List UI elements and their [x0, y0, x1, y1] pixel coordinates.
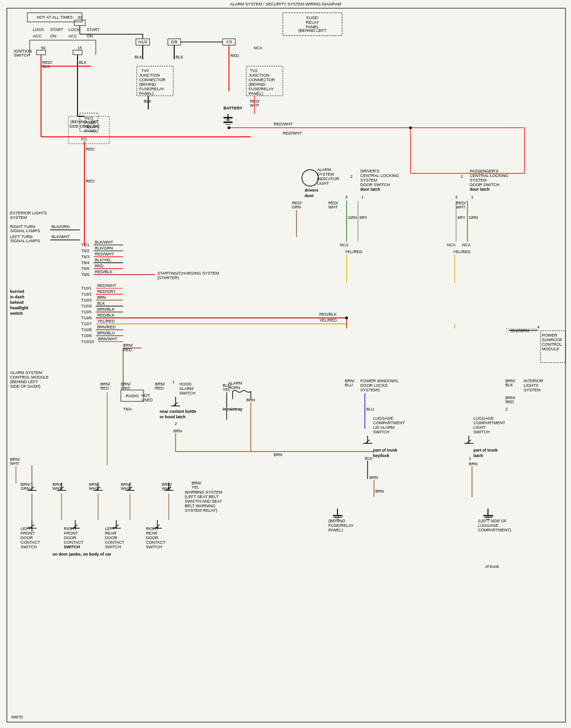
diagram-number: 84670: [11, 715, 23, 719]
fuse-relay-panel-label: FUSE/: [306, 16, 319, 20]
red-blk-horiz: RED/BLK: [319, 312, 337, 317]
tv2-label5: FUSE/RELAY: [249, 87, 274, 91]
right-rear-door-label5: SWITCH: [146, 545, 162, 549]
brn-blk-right2: BLK: [505, 383, 513, 387]
g202-label: G202: [333, 514, 343, 519]
d8-label: D/8: [171, 40, 177, 44]
drivers-door-label: drivers: [305, 188, 318, 192]
right-rear-door-label4: CONTACT: [146, 540, 166, 545]
buried-label5: switch: [10, 311, 23, 316]
svg-point-134: [345, 317, 348, 319]
right-rear-door-label2: REAR: [146, 531, 158, 536]
buried-label4: headlight: [10, 306, 28, 310]
of-trunk-label: of trunk: [485, 564, 499, 569]
power-windows-label2: DOOR LOCKS: [360, 383, 388, 388]
brn-center: BRN: [274, 452, 282, 457]
passengers-central-label3: SYSTEM: [470, 178, 487, 182]
hood-alarm-label3: SWITCH: [179, 391, 196, 395]
acc2-label: ACC: [68, 34, 78, 38]
left-turn-label2: SIGNAL LAMPS: [10, 239, 40, 243]
exterior-lights-label: EXTERIOR LIGHTS: [10, 211, 47, 215]
t8a-label: T8/A: [123, 407, 132, 411]
nca-driver1: NCA: [340, 243, 348, 247]
brn-yel-warn2: YEL: [192, 485, 199, 489]
behind-left-dash1: (BEHIND LEFT: [70, 120, 99, 124]
left-front-door-label3: DOOR: [21, 536, 33, 540]
svg-rect-0: [0, 0, 571, 728]
fuse30-label: 30: [78, 15, 82, 20]
yelred-horiz: YEL/RED: [319, 318, 337, 322]
blk-wht-wire: BLK/WHT: [52, 234, 70, 239]
right-front-door-label3: DOOR: [64, 536, 77, 540]
part-trunk-latch-label2: latch: [473, 453, 483, 458]
red-wht-right2b: WHT: [456, 205, 466, 209]
diagram-container: ALARM SYSTEM / SECURITY SYSTEM WIRING DI…: [0, 0, 571, 728]
brn-blk-t105: BRN/BLK: [97, 307, 115, 312]
on1-label: ON: [50, 34, 57, 38]
conn1-hood: 1: [172, 380, 175, 384]
grn-wire-pass: GRN: [469, 215, 478, 220]
tv2-label6: PANEL): [249, 91, 263, 96]
brn-blu-pw2: BLU: [345, 383, 353, 387]
t86-label: T8/6: [81, 272, 89, 277]
blk-h14: BLK: [135, 55, 142, 59]
blk-yel-t84: BLK/YEL: [95, 258, 112, 262]
t101-label: T10/1: [81, 286, 92, 291]
luggage-light-label4: SWITCH: [473, 430, 490, 434]
t84-label: T8/4: [81, 260, 89, 265]
blk-tv1: BLK: [144, 99, 151, 104]
blk-orn-wire: BLK/ORN: [52, 224, 70, 229]
left-rear-door-label3: DOOR: [105, 536, 118, 540]
g202-label3: FUSE/RELAY: [328, 523, 353, 528]
in-raintray-label: in raintray: [223, 407, 243, 411]
left-rear-door-label2: REAR: [105, 531, 117, 536]
not-used-label: NOT: [141, 393, 151, 398]
power-sunroof-label3: CONTROL: [542, 342, 562, 347]
power-windows-label: POWER WINDOWS,: [360, 379, 399, 383]
alarm-control-label4: SIDE OF DASH): [10, 384, 41, 389]
t109-label: T10/9: [81, 333, 92, 338]
red-blk-t86: RED/BLK: [95, 270, 113, 274]
radio-label: RADIO: [126, 394, 139, 398]
red-wire-cont: RED: [86, 179, 95, 183]
power-sunroof-label4: MODULE: [542, 347, 560, 351]
brn-t103: BRN: [97, 295, 106, 300]
alarm-control-label: ALARM SYSTEM: [10, 370, 42, 375]
t1010-label: T10/10: [81, 339, 94, 344]
door-latch-passenger: door latch: [470, 187, 490, 192]
left-rear-door-label: LEFT: [105, 526, 115, 531]
warning-system-label2: (LEFT SEAT BELT: [185, 494, 219, 499]
drivers-central-label4: DOOR SWITCH: [360, 182, 390, 187]
blk-grn-label: BLK/GRN: [511, 328, 529, 333]
conn2-right: 2: [505, 407, 508, 411]
left-front-door-label: LEFT: [21, 526, 31, 531]
right-rear-door-label3: DOOR: [146, 536, 159, 540]
lock1-label: LOCK: [33, 27, 44, 32]
brn-luggage: BRN: [369, 475, 378, 480]
left-front-door-label5: SWITCH: [21, 545, 37, 549]
near-coolant-label: near coolant bottle: [160, 409, 197, 414]
tv1-label6: PANEL): [139, 91, 154, 96]
left-front-door-label4: CONTACT: [21, 540, 40, 545]
door-latch-driver: door latch: [360, 187, 380, 192]
fuse-relay-panel-label4: (BEHIND LEFT: [298, 28, 327, 33]
red-wht-center: RED/WHT: [283, 131, 302, 135]
conn1-driver: 1: [361, 195, 363, 199]
brn-red-t8b: RED: [100, 386, 109, 390]
gry-wire-driver: 6RY: [359, 215, 367, 220]
brn-wht-t1010: BRN/WHT: [98, 337, 117, 341]
alarm-control-label3: (BEHIND LEFT: [10, 380, 38, 384]
power-sunroof-label: POWER: [542, 333, 558, 338]
warning-system-label5: SYSTEM RELAY): [185, 508, 217, 513]
t106-label: T10/6: [81, 316, 92, 320]
t8-connector: T8/1: [81, 243, 89, 247]
blk-t104: BLK: [97, 301, 105, 306]
conn1-luggage: 1: [469, 456, 471, 461]
tv1-label2: JUNCTION: [139, 73, 160, 78]
drivers-central-label3: SYSTEM: [360, 178, 377, 182]
g202-label4: PANEL): [328, 528, 343, 532]
fuse-relay-panel-label2: RELAY: [306, 20, 319, 25]
red-wht-horiz: RED/WHT: [274, 122, 293, 126]
alarm-indicator-label2: SYSTEM: [317, 172, 334, 177]
gry-wire-pass: 6RY: [457, 215, 465, 220]
